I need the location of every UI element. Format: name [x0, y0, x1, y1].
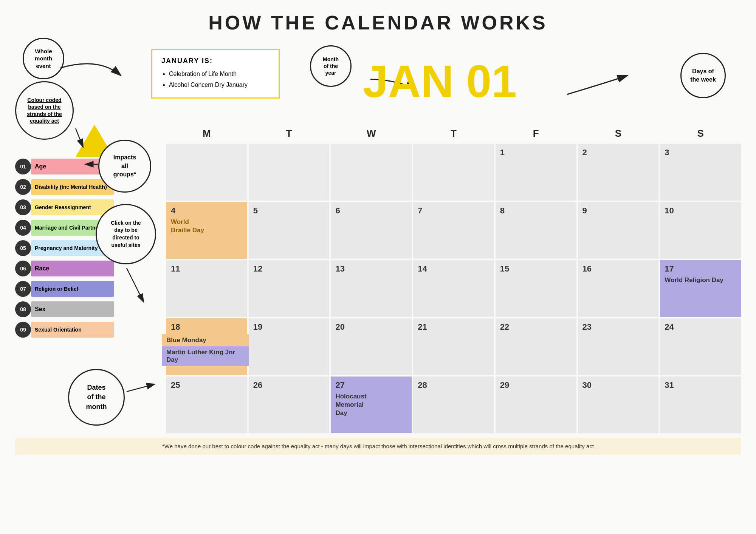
cal-day-18[interactable]: 18 Blue Monday Martin Luther King Jnr Da… — [166, 318, 247, 375]
day-num-8: 8 — [500, 206, 505, 215]
cal-day-22[interactable]: 22 — [496, 318, 576, 375]
day-num-18: 18 — [171, 322, 180, 332]
whole-month-label: Whole month event — [35, 48, 52, 70]
january-box-list: Celebration of Life Month Alcohol Concer… — [161, 69, 270, 91]
january-box: JANUARY IS: Celebration of Life Month Al… — [151, 49, 280, 99]
legend-num-02: 02 — [15, 179, 31, 195]
impacts-all-label: Impacts all groups* — [113, 153, 136, 179]
cal-day-9[interactable]: 9 — [578, 202, 659, 259]
day-num-7: 7 — [418, 206, 422, 215]
day-num-17: 17 — [665, 264, 674, 273]
cal-day-14[interactable]: 14 — [413, 260, 494, 317]
cal-empty-3 — [331, 144, 412, 201]
day-num-16: 16 — [582, 264, 592, 273]
legend-label-sexual: Sexual Orientation — [31, 322, 114, 338]
cal-day-20[interactable]: 20 — [331, 318, 412, 375]
cal-day-31[interactable]: 31 — [660, 377, 741, 433]
day-num-10: 10 — [665, 206, 674, 215]
january-box-title: JANUARY IS: — [161, 57, 270, 65]
day-num-5: 5 — [253, 206, 258, 215]
jan-display: JAN 01 — [363, 59, 517, 104]
day-num-13: 13 — [335, 264, 344, 273]
legend-item-06: 06 Race — [15, 261, 159, 276]
cal-day-26[interactable]: 26 — [249, 377, 330, 433]
cal-day-30[interactable]: 30 — [578, 377, 659, 433]
header-fri: F — [496, 125, 576, 142]
legend-num-09: 09 — [15, 322, 31, 338]
cal-day-17[interactable]: 17 World Religion Day — [660, 260, 741, 317]
click-label: Click on the day to be directed to usefu… — [111, 219, 141, 249]
january-item-1: Celebration of Life Month — [169, 69, 270, 80]
legend-num-03: 03 — [15, 199, 31, 215]
cal-day-8[interactable]: 8 — [496, 202, 576, 259]
legend-label-gender: Gender Reassignment — [31, 199, 114, 215]
header-sun: S — [660, 125, 741, 142]
cal-day-3[interactable]: 3 — [660, 144, 741, 201]
cal-day-10[interactable]: 10 — [660, 202, 741, 259]
cal-day-24[interactable]: 24 — [660, 318, 741, 375]
month-label: Month of the year — [323, 56, 339, 77]
header-sat: S — [578, 125, 659, 142]
legend-num-07: 07 — [15, 281, 31, 297]
legend-num-05: 05 — [15, 240, 31, 256]
cal-day-23[interactable]: 23 — [578, 318, 659, 375]
day-num-28: 28 — [418, 380, 427, 390]
day-num-25: 25 — [171, 380, 180, 390]
footer: *We have done our best to colour code ag… — [15, 438, 741, 455]
day-num-14: 14 — [418, 264, 427, 273]
cal-day-6[interactable]: 6 — [331, 202, 412, 259]
cal-day-28[interactable]: 28 — [413, 377, 494, 433]
cal-day-7[interactable]: 7 — [413, 202, 494, 259]
cal-day-5[interactable]: 5 — [249, 202, 330, 259]
day-num-6: 6 — [335, 206, 340, 215]
legend-item-09: 09 Sexual Orientation — [15, 322, 159, 338]
event-blue-monday: Blue Monday — [162, 334, 252, 346]
day-num-29: 29 — [500, 380, 509, 390]
event-world-religion: World Religion Day — [665, 276, 736, 284]
cal-day-12[interactable]: 12 — [249, 260, 330, 317]
cal-day-11[interactable]: 11 — [166, 260, 247, 317]
cal-day-27[interactable]: 27 HolocaustMemorialDay — [331, 377, 412, 433]
day-num-9: 9 — [582, 206, 587, 215]
month-circle: Month of the year — [310, 45, 352, 87]
page-wrapper: HOW THE CALENDAR WORKS Whole month event — [0, 0, 756, 534]
legend-num-04: 04 — [15, 220, 31, 236]
page-title: HOW THE CALENDAR WORKS — [15, 11, 741, 34]
day-num-4: 4 — [171, 206, 175, 215]
event-world-braille: WorldBraille Day — [171, 218, 243, 235]
cal-day-21[interactable]: 21 — [413, 318, 494, 375]
legend-num-06: 06 — [15, 261, 31, 276]
cal-day-19[interactable]: 19 — [249, 318, 330, 375]
colour-coded-label: Colour coded based on the strands of the… — [20, 97, 69, 124]
impacts-all-circle: Impacts all groups* — [98, 140, 151, 193]
cal-day-1[interactable]: 1 — [496, 144, 576, 201]
legend-label-religion: Religion or Belief — [31, 281, 114, 297]
days-circle: Days of the week — [680, 53, 726, 98]
day-num-21: 21 — [418, 322, 427, 332]
day-num-12: 12 — [253, 264, 262, 273]
day-num-30: 30 — [582, 380, 592, 390]
event-holocaust: HolocaustMemorialDay — [335, 392, 407, 417]
cal-day-15[interactable]: 15 — [496, 260, 576, 317]
header-mon: M — [166, 125, 247, 142]
day-num-2: 2 — [582, 148, 587, 157]
cal-day-4[interactable]: 4 WorldBraille Day — [166, 202, 247, 259]
january-item-2: Alcohol Concern Dry January — [169, 80, 270, 91]
event-mlk: Martin Luther King Jnr Day — [162, 346, 252, 366]
cal-day-13[interactable]: 13 — [331, 260, 412, 317]
dates-circle: Dates of the month — [68, 369, 125, 426]
legend-item-07: 07 Religion or Belief — [15, 281, 159, 297]
legend-num-08: 08 — [15, 301, 31, 317]
header-wed: W — [331, 125, 412, 142]
calendar-header: M T W T F S S — [166, 125, 741, 142]
day-num-11: 11 — [171, 264, 180, 273]
cal-day-25[interactable]: 25 — [166, 377, 247, 433]
cal-day-29[interactable]: 29 — [496, 377, 576, 433]
whole-month-circle: Whole month event — [23, 38, 64, 79]
day-num-27: 27 — [335, 380, 344, 390]
cal-day-16[interactable]: 16 — [578, 260, 659, 317]
cal-day-2[interactable]: 2 — [578, 144, 659, 201]
day-num-26: 26 — [253, 380, 262, 390]
header-thu: T — [413, 125, 494, 142]
legend-label-sex: Sex — [31, 301, 114, 317]
